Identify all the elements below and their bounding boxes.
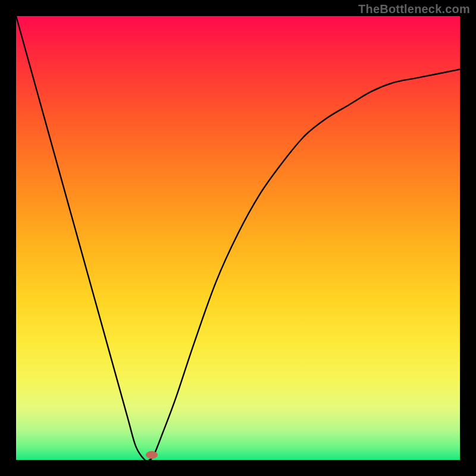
bottleneck-curve (16, 16, 460, 460)
plot-area (16, 16, 460, 460)
watermark-text: TheBottleneck.com (358, 2, 470, 16)
minimum-marker (146, 451, 158, 459)
